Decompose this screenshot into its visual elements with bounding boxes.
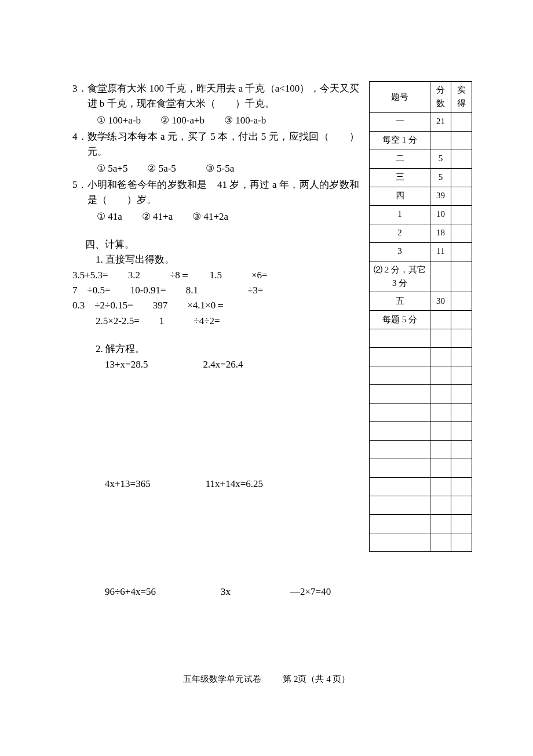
score-cell-actual — [451, 496, 472, 515]
score-row — [370, 441, 472, 459]
question-3: 3． 食堂原有大米 100 千克，昨天用去 a 千克（a<100），今天又买进 … — [72, 81, 359, 112]
score-cell-actual — [451, 385, 472, 404]
score-row — [370, 366, 472, 385]
equation: 4x+13=365 — [105, 477, 151, 492]
equation: 96÷6+4x=56 — [105, 584, 221, 599]
score-cell-actual — [451, 348, 472, 366]
equation: —2×7=40 — [290, 584, 331, 599]
score-row: 五30 — [370, 292, 472, 311]
equation: 3x — [221, 584, 290, 599]
score-cell-label: 3 — [370, 242, 430, 261]
equation-row-2: 4x+13=365 11x+14x=6.25 — [72, 477, 359, 492]
header-cell: 分数 — [430, 82, 451, 113]
score-row — [370, 459, 472, 478]
header-cell: 题号 — [370, 82, 430, 113]
score-row — [370, 329, 472, 348]
question-number: 3． — [72, 81, 87, 112]
score-cell-points — [430, 478, 451, 496]
question-number: 4． — [72, 129, 87, 160]
score-row — [370, 533, 472, 552]
score-cell-actual — [451, 366, 472, 385]
score-cell-actual — [451, 311, 472, 329]
score-cell-label — [370, 478, 430, 496]
score-cell-actual — [451, 515, 472, 533]
question-3-options: ① 100+a-b ② 100-a+b ③ 100-a-b — [72, 113, 359, 128]
score-cell-points — [430, 348, 451, 366]
score-cell-label: 五 — [370, 292, 430, 311]
score-cell-points — [430, 441, 451, 459]
score-cell-actual — [451, 261, 472, 292]
score-cell-actual — [451, 242, 472, 261]
score-cell-points: 39 — [430, 187, 451, 205]
score-cell-points — [430, 404, 451, 422]
score-cell-points: 21 — [430, 112, 451, 131]
score-cell-points — [430, 459, 451, 478]
score-cell-label — [370, 404, 430, 422]
score-cell-actual — [451, 205, 472, 224]
score-cell-label — [370, 533, 430, 552]
score-cell-label: ⑵ 2 分，其它 3 分 — [370, 261, 430, 292]
score-cell-label — [370, 329, 430, 348]
score-cell-actual — [451, 224, 472, 242]
score-cell-actual — [451, 131, 472, 150]
score-row: ⑵ 2 分，其它 3 分 — [370, 261, 472, 292]
score-row — [370, 385, 472, 404]
mental-calc-block: 3.5+5.3= 3.2 ÷8＝ 1.5 ×6= 7 ÷0.5= 10-0.91… — [72, 268, 359, 329]
score-cell-actual — [451, 112, 472, 131]
score-row — [370, 478, 472, 496]
score-cell-points — [430, 329, 451, 348]
score-cell-label: 每空 1 分 — [370, 131, 430, 150]
footer-title: 五年级数学单元试卷 — [183, 674, 261, 684]
score-cell-points — [430, 533, 451, 552]
score-cell-label: 1 — [370, 205, 430, 224]
score-cell-points: 5 — [430, 168, 451, 187]
score-row: 每题 5 分 — [370, 311, 472, 329]
score-row — [370, 348, 472, 366]
score-cell-points: 10 — [430, 205, 451, 224]
score-cell-points — [430, 422, 451, 441]
score-row — [370, 404, 472, 422]
page-footer: 五年级数学单元试卷 第 2页（共 4 页） — [0, 673, 533, 686]
score-cell-points — [430, 496, 451, 515]
score-cell-points: 30 — [430, 292, 451, 311]
score-cell-actual — [451, 292, 472, 311]
question-4-options: ① 5a+5 ② 5a-5 ③ 5-5a — [72, 161, 359, 176]
score-cell-points — [430, 366, 451, 385]
score-cell-label: 二 — [370, 150, 430, 168]
score-cell-actual — [451, 168, 472, 187]
score-cell-actual — [451, 478, 472, 496]
question-5: 5． 小明和爸爸今年的岁数和是 41 岁，再过 a 年，两人的岁数和是（ ）岁。 — [72, 177, 359, 208]
score-cell-label: 2 — [370, 224, 430, 242]
score-cell-label: 四 — [370, 187, 430, 205]
score-cell-label — [370, 459, 430, 478]
score-cell-actual — [451, 187, 472, 205]
equation: 11x+14x=6.25 — [206, 477, 263, 492]
question-text: 食堂原有大米 100 千克，昨天用去 a 千克（a<100），今天又买进 b 千… — [87, 81, 360, 112]
score-row — [370, 422, 472, 441]
score-row: 218 — [370, 224, 472, 242]
score-cell-points — [430, 385, 451, 404]
score-row — [370, 496, 472, 515]
footer-page: 第 2页（共 4 页） — [283, 674, 350, 684]
score-table-column: 题号 分数 实得 一21每空 1 分二5三5四39110218311⑵ 2 分，… — [369, 81, 472, 552]
score-cell-label — [370, 441, 430, 459]
score-cell-points: 11 — [430, 242, 451, 261]
score-row: 三5 — [370, 168, 472, 187]
score-cell-points — [430, 311, 451, 329]
question-number: 5． — [72, 177, 87, 208]
score-cell-label — [370, 385, 430, 404]
score-cell-actual — [451, 422, 472, 441]
score-cell-label: 一 — [370, 112, 430, 131]
score-row: 二5 — [370, 150, 472, 168]
score-cell-points — [430, 515, 451, 533]
section-4-sub1: 1. 直接写出得数。 — [72, 252, 359, 267]
score-row: 四39 — [370, 187, 472, 205]
equation: 2.4x=26.4 — [203, 357, 243, 372]
calc-line: 7 ÷0.5= 10-0.91= 8.1 ÷3= — [72, 283, 359, 298]
score-cell-actual — [451, 404, 472, 422]
score-cell-label — [370, 515, 430, 533]
score-row — [370, 515, 472, 533]
score-cell-label — [370, 422, 430, 441]
section-4-title: 四、计算。 — [72, 237, 359, 252]
score-cell-actual — [451, 150, 472, 168]
